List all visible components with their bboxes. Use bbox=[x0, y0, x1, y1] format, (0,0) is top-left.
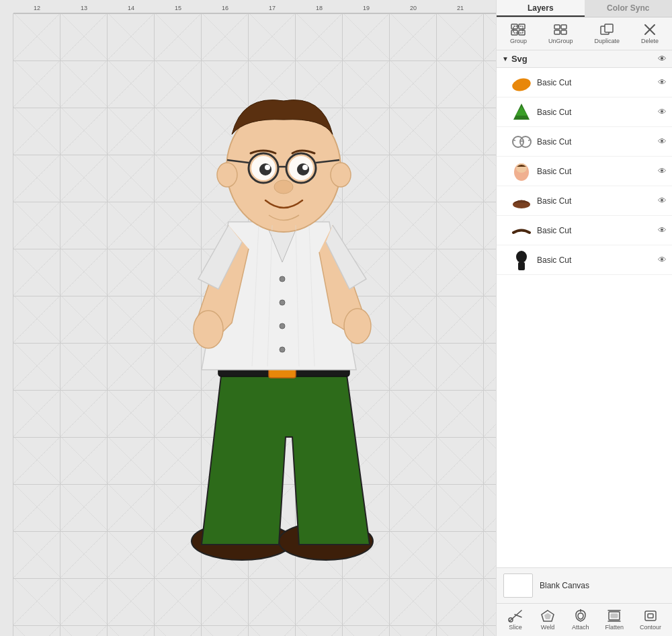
weld-button[interactable]: Weld bbox=[536, 608, 560, 632]
tab-header: Layers Color Sync bbox=[497, 0, 672, 17]
blank-canvas-thumbnail bbox=[503, 573, 533, 598]
svg-point-45 bbox=[520, 136, 531, 147]
ungroup-button[interactable]: UnGroup bbox=[544, 22, 577, 46]
layer-eye-3[interactable]: 👁 bbox=[658, 136, 667, 147]
attach-button[interactable]: Attach bbox=[568, 608, 593, 632]
svg-rect-31 bbox=[519, 24, 525, 29]
layer-item-4[interactable]: Basic Cut 👁 bbox=[497, 157, 672, 186]
weld-label: Weld bbox=[541, 624, 554, 631]
ruler-top: 12 13 14 15 16 17 18 19 20 21 bbox=[13, 0, 496, 13]
delete-button[interactable]: Delete bbox=[637, 22, 663, 46]
layer-label-4: Basic Cut bbox=[537, 167, 654, 176]
svg-rect-36 bbox=[561, 25, 566, 29]
layer-label-7: Basic Cut bbox=[537, 255, 654, 265]
tree-root-eye[interactable]: 👁 bbox=[658, 54, 667, 64]
svg-rect-33 bbox=[519, 30, 525, 35]
contour-label: Contour bbox=[640, 624, 661, 631]
attach-icon bbox=[573, 609, 589, 623]
duplicate-icon bbox=[599, 23, 615, 36]
ruler-mark: 15 bbox=[155, 5, 202, 13]
tab-colorsync[interactable]: Color Sync bbox=[585, 0, 673, 17]
svg-point-6 bbox=[280, 323, 285, 329]
slice-button[interactable]: Slice bbox=[503, 608, 528, 632]
layer-item-2[interactable]: Basic Cut 👁 bbox=[497, 97, 672, 127]
svg-point-13 bbox=[331, 163, 351, 187]
layer-thumbnail-1 bbox=[510, 71, 533, 94]
svg-rect-37 bbox=[554, 30, 560, 34]
layer-thumbnail-3 bbox=[510, 130, 533, 153]
ruler-mark: 21 bbox=[437, 5, 484, 13]
layer-eye-7[interactable]: 👁 bbox=[658, 255, 667, 265]
layer-item-6[interactable]: Basic Cut 👁 bbox=[497, 216, 672, 245]
tree-arrow: ▼ bbox=[502, 55, 509, 63]
icon-toolbar: Group UnGroup Duplicate bbox=[497, 17, 672, 50]
layer-item-1[interactable]: Basic Cut 👁 bbox=[497, 68, 672, 97]
flatten-button[interactable]: Flatten bbox=[601, 608, 628, 632]
svg-point-12 bbox=[217, 163, 237, 187]
right-panel: Layers Color Sync Group bbox=[496, 0, 672, 636]
layer-label-1: Basic Cut bbox=[537, 78, 654, 87]
svg-point-43 bbox=[511, 76, 532, 93]
flatten-label: Flatten bbox=[605, 624, 624, 631]
canvas-area[interactable]: 12 13 14 15 16 17 18 19 20 21 bbox=[0, 0, 496, 636]
svg-marker-58 bbox=[544, 613, 551, 619]
svg-point-4 bbox=[280, 276, 285, 282]
layer-eye-5[interactable]: 👁 bbox=[658, 196, 667, 206]
svg-rect-53 bbox=[518, 262, 525, 270]
group-button[interactable]: Group bbox=[506, 22, 531, 46]
flatten-icon bbox=[606, 609, 622, 623]
layer-thumbnail-6 bbox=[510, 219, 533, 242]
tab-layers[interactable]: Layers bbox=[497, 0, 585, 17]
duplicate-label: Duplicate bbox=[594, 38, 620, 44]
svg-line-47 bbox=[528, 140, 530, 141]
svg-line-46 bbox=[513, 140, 515, 141]
delete-icon bbox=[642, 23, 658, 36]
duplicate-button[interactable]: Duplicate bbox=[590, 22, 624, 46]
svg-point-17 bbox=[265, 165, 270, 170]
blank-canvas-label: Blank Canvas bbox=[540, 581, 589, 590]
contour-button[interactable]: Contour bbox=[636, 608, 665, 632]
ruler-mark: 16 bbox=[202, 5, 249, 13]
blank-canvas-bar: Blank Canvas bbox=[497, 567, 672, 603]
svg-point-9 bbox=[344, 309, 371, 344]
svg-point-16 bbox=[259, 163, 271, 175]
layer-eye-4[interactable]: 👁 bbox=[658, 166, 667, 176]
attach-label: Attach bbox=[572, 624, 589, 631]
layer-eye-1[interactable]: 👁 bbox=[658, 77, 667, 87]
contour-icon bbox=[642, 609, 659, 623]
layer-label-3: Basic Cut bbox=[537, 137, 654, 147]
svg-rect-35 bbox=[554, 25, 560, 29]
layer-eye-2[interactable]: 👁 bbox=[658, 107, 667, 117]
layer-item-7[interactable]: Basic Cut 👁 bbox=[497, 245, 672, 275]
svg-point-8 bbox=[194, 311, 223, 348]
ruler-mark: 14 bbox=[108, 5, 155, 13]
layer-item-3[interactable]: Basic Cut 👁 bbox=[497, 127, 672, 157]
svg-rect-65 bbox=[648, 614, 653, 618]
layer-list: Basic Cut 👁 Basic Cut 👁 bbox=[497, 68, 672, 567]
canvas-left-toolbar bbox=[0, 13, 13, 636]
svg-point-5 bbox=[280, 300, 285, 305]
layer-thumbnail-5 bbox=[510, 190, 533, 212]
weld-icon bbox=[540, 609, 556, 623]
svg-rect-64 bbox=[645, 611, 656, 621]
tree-root-svg[interactable]: ▼ Svg 👁 bbox=[497, 50, 672, 68]
svg-rect-34 bbox=[513, 26, 523, 33]
layer-thumbnail-7 bbox=[510, 249, 533, 272]
layer-eye-6[interactable]: 👁 bbox=[658, 225, 667, 235]
svg-rect-38 bbox=[561, 30, 566, 34]
svg-point-20 bbox=[297, 163, 309, 175]
layer-label-2: Basic Cut bbox=[537, 108, 654, 117]
ruler-mark: 12 bbox=[13, 5, 60, 13]
svg-point-21 bbox=[302, 165, 308, 170]
slice-label: Slice bbox=[509, 624, 522, 631]
layer-thumbnail-4 bbox=[510, 160, 533, 183]
ruler-mark: 19 bbox=[343, 5, 390, 13]
svg-point-7 bbox=[280, 347, 285, 352]
layer-label-6: Basic Cut bbox=[537, 226, 654, 235]
group-icon bbox=[510, 23, 526, 36]
layer-thumbnail-2 bbox=[510, 101, 533, 124]
ruler-mark: 13 bbox=[60, 5, 108, 13]
layer-item-5[interactable]: Basic Cut 👁 bbox=[497, 186, 672, 216]
bottom-toolbar: Slice Weld Attach bbox=[497, 603, 672, 636]
svg-point-52 bbox=[516, 251, 527, 263]
